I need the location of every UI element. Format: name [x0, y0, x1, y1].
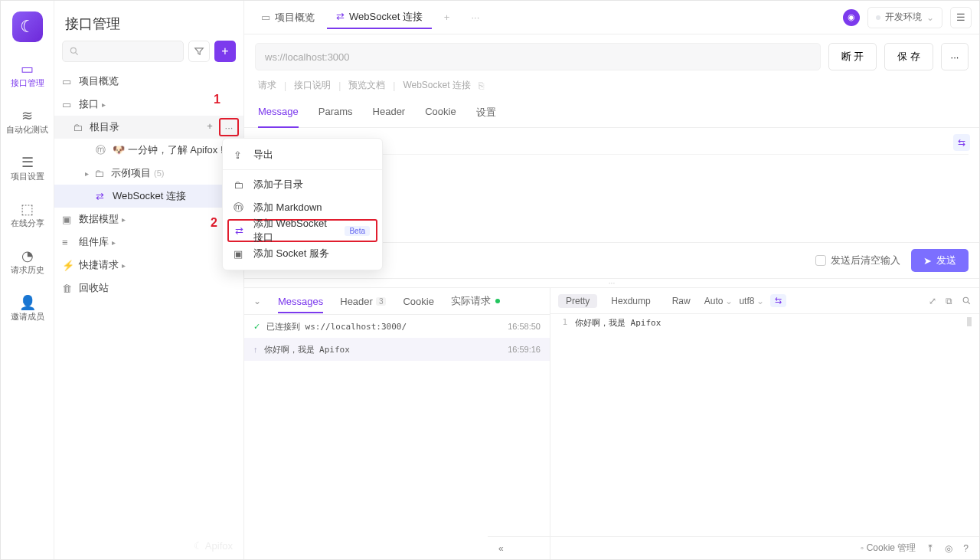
tree-item-websocket[interactable]: ⇄WebSocket 连接 — [54, 185, 243, 208]
row-add-icon[interactable]: + — [202, 118, 217, 133]
view-mode-raw[interactable]: Raw — [665, 294, 698, 308]
tree-item-sample-project[interactable]: ▸🗀示例项目(5) — [54, 162, 243, 185]
tab-add[interactable]: + — [435, 6, 459, 29]
format-auto-select[interactable]: Auto⌄ — [704, 296, 733, 306]
tab-bar: ▭项目概览 ⇄WebSocket 连接 + ··· ◉ 开发环境⌄ ☰ — [244, 1, 979, 34]
tree-item-recycle-bin[interactable]: 🗑回收站 — [54, 277, 243, 300]
subtab-settings[interactable]: 设置 — [476, 100, 496, 127]
nav-automation-test[interactable]: ≋自动化测试 — [1, 101, 54, 143]
editor-format-toggle-icon[interactable]: ⇆ — [953, 134, 970, 151]
tab-project-overview[interactable]: ▭项目概览 — [252, 6, 324, 29]
view-mode-hexdump[interactable]: Hexdump — [603, 294, 658, 308]
tree-item-learn-apifox[interactable]: ⓜ🐶 一分钟，了解 Apifox ! — [54, 139, 243, 162]
context-menu: ⇪导出 🗀添加子目录 ⓜ添加 Markdown ⇄添加 WebSocket 接口… — [222, 138, 383, 270]
app-logo: ☾ — [12, 11, 43, 42]
msgtab-cookie[interactable]: Cookie — [403, 296, 433, 307]
ctx-item-add-websocket[interactable]: ⇄添加 WebSocket 接口Beta — [227, 219, 377, 242]
tab-more[interactable]: ··· — [462, 6, 488, 29]
nav-invite-member[interactable]: 👤邀请成员 — [1, 288, 54, 330]
more-button[interactable]: ··· — [941, 43, 969, 70]
breadcrumb-request[interactable]: 请求 — [258, 79, 276, 92]
format-icon[interactable]: ⇆ — [770, 294, 786, 307]
nav-request-history[interactable]: ◔请求历史 — [1, 241, 54, 283]
project-tree-sidebar: 接口管理 + ▭项目概览 ▭接口 ▸ 🗀根目录 + ··· ⓜ🐶 一分钟，了解 … — [54, 1, 244, 559]
environment-select[interactable]: 开发环境⌄ — [867, 7, 942, 28]
breadcrumb-preview[interactable]: 预览文档 — [348, 79, 385, 92]
footer-cookie-link[interactable]: ◦ Cookie 管理 — [861, 542, 916, 555]
clear-after-send-checkbox[interactable]: 发送后清空输入 — [815, 254, 900, 267]
response-viewer: Pretty Hexdump Raw Auto⌄ utf8⌄ ⇆ ⤢ ⧉ 1 你… — [550, 288, 979, 559]
view-mode-pretty[interactable]: Pretty — [558, 294, 597, 308]
code-viewer[interactable]: 1 你好啊，我是 Apifox — [550, 314, 979, 559]
message-row-connected[interactable]: ✓已连接到 ws://localhost:3000/16:58:50 — [244, 315, 550, 338]
msgtab-messages[interactable]: Messages — [278, 296, 323, 313]
encoding-select[interactable]: utf8⌄ — [739, 296, 764, 306]
split-handle[interactable]: ··· — [244, 279, 979, 288]
watermark: ☾ Apifox — [194, 540, 233, 552]
svg-point-0 — [70, 47, 76, 53]
footer-collapse-icon[interactable]: « — [498, 543, 504, 554]
subtab-header[interactable]: Header — [373, 100, 406, 127]
breadcrumb: 请求| 接口说明| 预览文档| WebSocket 连接 ⎘ — [244, 79, 979, 100]
messages-panel: ⌄ Messages Header3 Cookie 实际请求 ✓已连接到 ws:… — [244, 288, 550, 559]
subtab-cookie[interactable]: Cookie — [425, 100, 456, 127]
send-icon: ➤ — [923, 255, 932, 267]
tree-item-root-dir[interactable]: 🗀根目录 + ··· — [54, 116, 243, 139]
message-row-sent[interactable]: ↑你好啊，我是 Apifox16:59:16 — [244, 338, 550, 361]
subtab-params[interactable]: Params — [318, 100, 353, 127]
svg-line-1 — [76, 53, 78, 55]
copy-icon[interactable]: ⧉ — [946, 296, 952, 306]
tree-item-quick-request[interactable]: ⚡快捷请求 ▸ — [54, 254, 243, 277]
url-input[interactable]: ws://localhost:3000 — [255, 43, 821, 70]
footer-help-icon[interactable]: ? — [963, 543, 969, 554]
ctx-item-add-markdown[interactable]: ⓜ添加 Markdown — [223, 196, 382, 219]
footer-target-icon[interactable]: ◎ — [945, 543, 952, 554]
annotation-1: 1 — [214, 93, 220, 106]
add-button[interactable]: + — [214, 41, 236, 62]
nav-project-settings[interactable]: ☰项目设置 — [1, 148, 54, 190]
search-icon[interactable] — [962, 296, 972, 306]
ctx-item-add-socket[interactable]: ▣添加 Socket 服务 — [223, 242, 382, 265]
tab-websocket[interactable]: ⇄WebSocket 连接 — [327, 6, 432, 29]
subtab-message[interactable]: Message — [258, 100, 299, 128]
breadcrumb-doc[interactable]: 接口说明 — [294, 79, 331, 92]
tree-item-overview[interactable]: ▭项目概览 — [54, 70, 243, 93]
disconnect-button[interactable]: 断 开 — [828, 43, 877, 70]
save-button[interactable]: 保 存 — [884, 43, 933, 70]
ctx-item-add-subdir[interactable]: 🗀添加子目录 — [223, 173, 382, 196]
main-area: ▭项目概览 ⇄WebSocket 连接 + ··· ◉ 开发环境⌄ ☰ ws:/… — [244, 1, 979, 559]
ctx-item-export[interactable]: ⇪导出 — [223, 143, 382, 166]
collapse-icon[interactable]: ⌄ — [253, 296, 261, 306]
expand-icon[interactable]: ⤢ — [929, 296, 936, 306]
svg-line-3 — [968, 302, 970, 304]
row-more-icon[interactable]: ··· — [219, 118, 239, 136]
breadcrumb-ws[interactable]: WebSocket 连接 — [403, 79, 470, 92]
svg-point-2 — [963, 297, 969, 303]
search-input[interactable] — [62, 41, 184, 62]
settings-menu-icon[interactable]: ☰ — [950, 7, 972, 28]
filter-button[interactable] — [188, 41, 210, 62]
msgtab-header[interactable]: Header3 — [340, 296, 386, 307]
tree-title: 接口管理 — [54, 1, 243, 41]
annotation-2: 2 — [211, 216, 217, 230]
env-badge-icon[interactable]: ◉ — [843, 9, 860, 26]
tree-item-components[interactable]: ≡组件库 ▸ — [54, 231, 243, 254]
nav-api-management[interactable]: ▭接口管理 — [1, 54, 54, 97]
nav-online-share[interactable]: ⬚在线分享 — [1, 195, 54, 237]
primary-nav-sidebar: ☾ ▭接口管理 ≋自动化测试 ☰项目设置 ⬚在线分享 ◔请求历史 👤邀请成员 — [1, 1, 54, 559]
msgtab-actual-request[interactable]: 实际请求 — [451, 294, 500, 308]
status-bar: « ◦ Cookie 管理 ⤒ ◎ ? — [488, 536, 979, 559]
send-button[interactable]: ➤发送 — [911, 249, 969, 272]
request-sub-tabs: Message Params Header Cookie 设置 — [244, 100, 979, 128]
footer-upload-icon[interactable]: ⤒ — [926, 543, 934, 554]
